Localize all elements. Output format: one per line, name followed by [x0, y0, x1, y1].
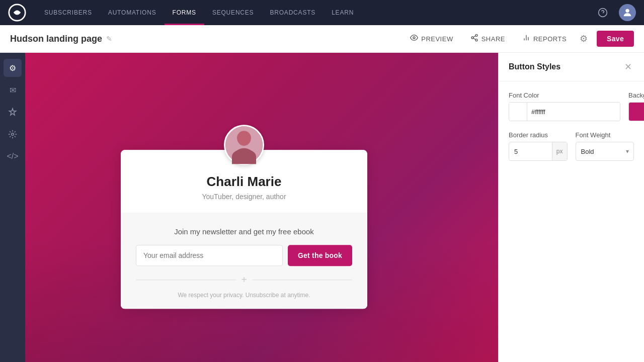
- font-color-swatch[interactable]: [509, 103, 527, 121]
- card-form-section: Join my newsletter and get my free ebook…: [121, 213, 367, 309]
- svg-line-9: [473, 36, 475, 37]
- font-weight-label: Font Weight: [576, 131, 634, 139]
- card-tagline: Join my newsletter and get my free ebook: [136, 227, 352, 236]
- nav-item-broadcasts[interactable]: BROADCASTS: [262, 0, 324, 25]
- font-color-hex-input[interactable]: [527, 103, 620, 121]
- sub-header: Hudson landing page ✎ PREVIEW SHARE: [0, 25, 644, 53]
- reports-button[interactable]: REPORTS: [518, 31, 571, 47]
- privacy-notice: We respect your privacy. Unsubscribe at …: [136, 292, 352, 299]
- user-profile-avatar: [224, 125, 264, 165]
- email-input[interactable]: [136, 245, 283, 266]
- save-button[interactable]: Save: [597, 31, 634, 47]
- nav-item-forms[interactable]: FORMS: [165, 0, 204, 25]
- sidebar-tools: ⚙ ✉ </>: [0, 53, 25, 362]
- svg-point-15: [237, 133, 251, 146]
- landing-form-card: Charli Marie YouTuber, designer, author …: [121, 150, 367, 309]
- svg-point-3: [625, 9, 629, 13]
- color-row: Font Color Background color: [509, 92, 634, 121]
- font-weight-field: Font Weight Normal Bold Bolder Lighter: [576, 131, 634, 161]
- svg-point-13: [12, 133, 14, 136]
- right-panel-button-styles: Button Styles ✕ Font Color Background co…: [498, 53, 644, 362]
- bg-color-input-row: [628, 102, 644, 121]
- svg-point-7: [475, 39, 477, 41]
- reports-icon: [522, 34, 530, 44]
- svg-point-6: [471, 37, 473, 39]
- settings-icon-header[interactable]: ⚙: [580, 33, 588, 44]
- divider-left: [136, 280, 236, 280]
- border-font-row: Border radius px Font Weight Normal Bold…: [509, 131, 634, 161]
- add-divider[interactable]: +: [136, 274, 352, 286]
- email-cta-row: Get the book: [136, 245, 352, 266]
- font-color-field: Font Color: [509, 92, 620, 121]
- sidebar-email-icon[interactable]: ✉: [4, 81, 22, 99]
- svg-point-16: [234, 148, 255, 164]
- font-weight-select-wrapper: Normal Bold Bolder Lighter: [576, 142, 634, 161]
- panel-title: Button Styles: [509, 62, 560, 71]
- top-navigation: SUBSCRIBERS AUTOMATIONS FORMS SEQUENCES …: [0, 0, 644, 25]
- cta-button[interactable]: Get the book: [288, 245, 352, 266]
- bg-color-label: Background color: [628, 92, 644, 99]
- panel-close-button[interactable]: ✕: [622, 61, 634, 73]
- nav-item-learn[interactable]: LEARN: [324, 0, 362, 25]
- share-label: SHARE: [481, 35, 505, 43]
- font-color-input-row: [509, 102, 620, 121]
- edit-title-icon[interactable]: ✎: [106, 35, 112, 43]
- font-weight-select[interactable]: Normal Bold Bolder Lighter: [576, 142, 634, 161]
- form-card-wrapper: Charli Marie YouTuber, designer, author …: [121, 125, 367, 309]
- border-radius-field: Border radius px: [509, 131, 568, 161]
- author-subtitle: YouTuber, designer, author: [136, 193, 352, 201]
- sidebar-settings-icon[interactable]: ⚙: [4, 59, 22, 77]
- nav-item-subscribers[interactable]: SUBSCRIBERS: [36, 0, 100, 25]
- panel-header: Button Styles ✕: [499, 53, 644, 81]
- user-avatar[interactable]: [619, 4, 636, 21]
- share-button[interactable]: SHARE: [466, 31, 509, 47]
- nav-items-list: SUBSCRIBERS AUTOMATIONS FORMS SEQUENCES …: [36, 0, 595, 25]
- help-icon-button[interactable]: [595, 5, 611, 21]
- page-title-area: Hudson landing page ✎: [10, 34, 112, 44]
- sidebar-code-icon[interactable]: </>: [4, 147, 22, 165]
- svg-line-8: [473, 38, 475, 40]
- panel-body: Font Color Background color: [499, 81, 644, 171]
- page-title: Hudson landing page: [10, 34, 102, 44]
- svg-point-14: [225, 126, 263, 163]
- border-radius-input[interactable]: [509, 142, 552, 160]
- canvas-area: ⚙ ✉ </>: [0, 53, 498, 362]
- preview-icon: [410, 34, 418, 44]
- svg-point-5: [475, 34, 477, 36]
- preview-button[interactable]: PREVIEW: [406, 31, 457, 47]
- nav-item-sequences[interactable]: SEQUENCES: [204, 0, 262, 25]
- avatar-container: [121, 125, 367, 165]
- sidebar-advanced-icon[interactable]: [4, 125, 22, 143]
- reports-label: REPORTS: [533, 35, 567, 43]
- border-radius-label: Border radius: [509, 131, 568, 139]
- border-radius-input-row: px: [509, 142, 568, 161]
- sidebar-design-icon[interactable]: [4, 103, 22, 121]
- nav-item-automations[interactable]: AUTOMATIONS: [100, 0, 165, 25]
- app-logo[interactable]: [8, 4, 26, 22]
- main-area: ⚙ ✉ </>: [0, 53, 644, 362]
- preview-label: PREVIEW: [421, 35, 453, 43]
- svg-point-4: [413, 37, 415, 39]
- divider-right: [252, 280, 352, 280]
- bg-color-field: Background color: [628, 92, 644, 121]
- font-color-label: Font Color: [509, 92, 620, 99]
- nav-right-actions: [595, 4, 636, 21]
- sub-header-actions: PREVIEW SHARE REPORTS ⚙ S: [406, 31, 634, 47]
- border-radius-unit: px: [552, 142, 567, 160]
- share-icon: [470, 34, 478, 44]
- author-name: Charli Marie: [136, 174, 352, 190]
- bg-color-swatch[interactable]: [629, 103, 644, 121]
